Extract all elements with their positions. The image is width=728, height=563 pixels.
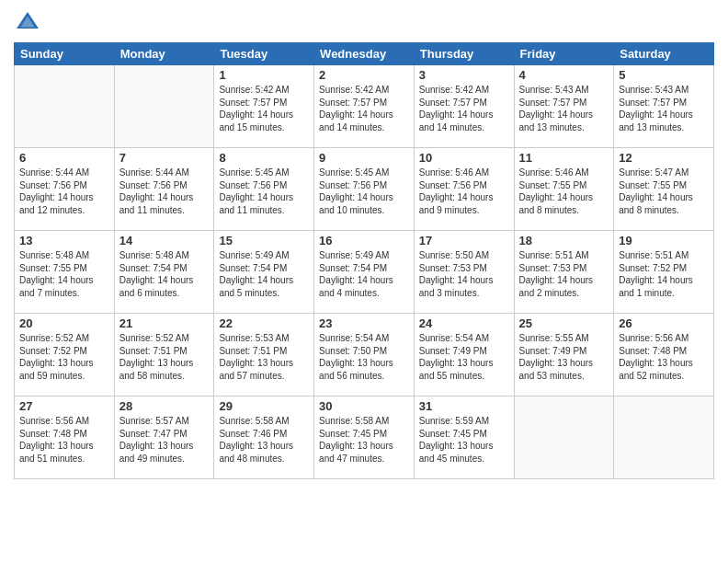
- day-number: 22: [219, 316, 309, 330]
- day-number: 30: [319, 399, 409, 413]
- calendar-table: SundayMondayTuesdayWednesdayThursdayFrid…: [14, 42, 714, 479]
- day-number: 15: [219, 234, 309, 247]
- calendar-cell: 1Sunrise: 5:42 AM Sunset: 7:57 PM Daylig…: [214, 65, 314, 148]
- col-header-thursday: Thursday: [414, 43, 514, 65]
- day-info: Sunrise: 5:46 AM Sunset: 7:55 PM Dayligh…: [519, 167, 609, 216]
- day-number: 8: [219, 151, 309, 165]
- day-number: 24: [419, 316, 509, 330]
- day-info: Sunrise: 5:52 AM Sunset: 7:51 PM Dayligh…: [119, 332, 210, 382]
- day-info: Sunrise: 5:58 AM Sunset: 7:45 PM Dayligh…: [319, 415, 409, 465]
- col-header-saturday: Saturday: [614, 43, 714, 65]
- day-info: Sunrise: 5:46 AM Sunset: 7:56 PM Dayligh…: [419, 167, 509, 216]
- day-number: 5: [619, 68, 709, 82]
- day-info: Sunrise: 5:45 AM Sunset: 7:56 PM Dayligh…: [319, 167, 409, 216]
- calendar-cell: 16Sunrise: 5:49 AM Sunset: 7:54 PM Dayli…: [314, 231, 415, 314]
- calendar-cell: 22Sunrise: 5:53 AM Sunset: 7:51 PM Dayli…: [214, 314, 314, 396]
- col-header-monday: Monday: [114, 43, 214, 65]
- calendar-cell: 5Sunrise: 5:43 AM Sunset: 7:57 PM Daylig…: [614, 65, 714, 148]
- day-number: 17: [419, 234, 509, 247]
- col-header-friday: Friday: [514, 43, 614, 65]
- calendar-cell: [614, 396, 714, 479]
- day-info: Sunrise: 5:42 AM Sunset: 7:57 PM Dayligh…: [419, 84, 509, 133]
- day-info: Sunrise: 5:51 AM Sunset: 7:53 PM Dayligh…: [519, 249, 609, 299]
- calendar-cell: [15, 65, 115, 148]
- calendar-cell: [514, 396, 614, 479]
- calendar-cell: 30Sunrise: 5:58 AM Sunset: 7:45 PM Dayli…: [314, 396, 415, 479]
- day-info: Sunrise: 5:43 AM Sunset: 7:57 PM Dayligh…: [619, 84, 709, 133]
- day-number: 18: [519, 234, 609, 247]
- calendar-cell: 9Sunrise: 5:45 AM Sunset: 7:56 PM Daylig…: [314, 148, 415, 231]
- day-number: 28: [119, 399, 210, 413]
- day-number: 14: [119, 234, 210, 247]
- calendar-cell: 15Sunrise: 5:49 AM Sunset: 7:54 PM Dayli…: [214, 231, 314, 314]
- day-info: Sunrise: 5:56 AM Sunset: 7:48 PM Dayligh…: [619, 332, 709, 382]
- day-info: Sunrise: 5:54 AM Sunset: 7:49 PM Dayligh…: [419, 332, 509, 382]
- calendar-cell: 11Sunrise: 5:46 AM Sunset: 7:55 PM Dayli…: [514, 148, 614, 231]
- calendar-cell: 23Sunrise: 5:54 AM Sunset: 7:50 PM Dayli…: [314, 314, 415, 396]
- calendar-cell: 28Sunrise: 5:57 AM Sunset: 7:47 PM Dayli…: [114, 396, 214, 479]
- calendar-cell: 3Sunrise: 5:42 AM Sunset: 7:57 PM Daylig…: [414, 65, 514, 148]
- day-info: Sunrise: 5:56 AM Sunset: 7:48 PM Dayligh…: [19, 415, 109, 465]
- logo: [14, 9, 45, 37]
- calendar-header-row: SundayMondayTuesdayWednesdayThursdayFrid…: [15, 43, 714, 65]
- day-info: Sunrise: 5:43 AM Sunset: 7:57 PM Dayligh…: [519, 84, 609, 133]
- day-info: Sunrise: 5:55 AM Sunset: 7:49 PM Dayligh…: [519, 332, 609, 382]
- calendar-cell: 17Sunrise: 5:50 AM Sunset: 7:53 PM Dayli…: [414, 231, 514, 314]
- day-info: Sunrise: 5:54 AM Sunset: 7:50 PM Dayligh…: [319, 332, 409, 382]
- logo-icon: [14, 9, 41, 37]
- day-number: 4: [519, 68, 609, 82]
- calendar-week-0: 1Sunrise: 5:42 AM Sunset: 7:57 PM Daylig…: [15, 65, 714, 148]
- calendar-cell: 18Sunrise: 5:51 AM Sunset: 7:53 PM Dayli…: [514, 231, 614, 314]
- day-info: Sunrise: 5:44 AM Sunset: 7:56 PM Dayligh…: [119, 167, 210, 216]
- day-number: 27: [19, 399, 109, 413]
- calendar-cell: [114, 65, 214, 148]
- calendar-cell: 25Sunrise: 5:55 AM Sunset: 7:49 PM Dayli…: [514, 314, 614, 396]
- calendar-cell: 7Sunrise: 5:44 AM Sunset: 7:56 PM Daylig…: [114, 148, 214, 231]
- col-header-wednesday: Wednesday: [314, 43, 415, 65]
- day-number: 3: [419, 68, 509, 82]
- day-info: Sunrise: 5:45 AM Sunset: 7:56 PM Dayligh…: [219, 167, 309, 216]
- day-number: 19: [619, 234, 709, 247]
- calendar-week-1: 6Sunrise: 5:44 AM Sunset: 7:56 PM Daylig…: [15, 148, 714, 231]
- day-info: Sunrise: 5:57 AM Sunset: 7:47 PM Dayligh…: [119, 415, 210, 465]
- calendar-cell: 29Sunrise: 5:58 AM Sunset: 7:46 PM Dayli…: [214, 396, 314, 479]
- day-number: 29: [219, 399, 309, 413]
- page: SundayMondayTuesdayWednesdayThursdayFrid…: [0, 0, 728, 488]
- calendar-week-2: 13Sunrise: 5:48 AM Sunset: 7:55 PM Dayli…: [15, 231, 714, 314]
- calendar-cell: 19Sunrise: 5:51 AM Sunset: 7:52 PM Dayli…: [614, 231, 714, 314]
- calendar-cell: 6Sunrise: 5:44 AM Sunset: 7:56 PM Daylig…: [15, 148, 115, 231]
- day-number: 25: [519, 316, 609, 330]
- day-info: Sunrise: 5:59 AM Sunset: 7:45 PM Dayligh…: [419, 415, 509, 465]
- calendar-cell: 20Sunrise: 5:52 AM Sunset: 7:52 PM Dayli…: [15, 314, 115, 396]
- day-info: Sunrise: 5:58 AM Sunset: 7:46 PM Dayligh…: [219, 415, 309, 465]
- day-number: 13: [19, 234, 109, 247]
- day-number: 31: [419, 399, 509, 413]
- calendar-cell: 14Sunrise: 5:48 AM Sunset: 7:54 PM Dayli…: [114, 231, 214, 314]
- day-info: Sunrise: 5:50 AM Sunset: 7:53 PM Dayligh…: [419, 249, 509, 299]
- day-info: Sunrise: 5:48 AM Sunset: 7:54 PM Dayligh…: [119, 249, 210, 299]
- day-number: 21: [119, 316, 210, 330]
- header: [14, 9, 714, 37]
- day-number: 9: [319, 151, 409, 165]
- day-number: 7: [119, 151, 210, 165]
- calendar-cell: 24Sunrise: 5:54 AM Sunset: 7:49 PM Dayli…: [414, 314, 514, 396]
- calendar-cell: 4Sunrise: 5:43 AM Sunset: 7:57 PM Daylig…: [514, 65, 614, 148]
- day-info: Sunrise: 5:49 AM Sunset: 7:54 PM Dayligh…: [319, 249, 409, 299]
- calendar-cell: 10Sunrise: 5:46 AM Sunset: 7:56 PM Dayli…: [414, 148, 514, 231]
- day-info: Sunrise: 5:52 AM Sunset: 7:52 PM Dayligh…: [19, 332, 109, 382]
- calendar-cell: 27Sunrise: 5:56 AM Sunset: 7:48 PM Dayli…: [15, 396, 115, 479]
- calendar-cell: 2Sunrise: 5:42 AM Sunset: 7:57 PM Daylig…: [314, 65, 415, 148]
- calendar-cell: 8Sunrise: 5:45 AM Sunset: 7:56 PM Daylig…: [214, 148, 314, 231]
- calendar-cell: 21Sunrise: 5:52 AM Sunset: 7:51 PM Dayli…: [114, 314, 214, 396]
- day-info: Sunrise: 5:48 AM Sunset: 7:55 PM Dayligh…: [19, 249, 109, 299]
- day-number: 20: [19, 316, 109, 330]
- day-number: 10: [419, 151, 509, 165]
- day-number: 2: [319, 68, 409, 82]
- calendar-cell: 12Sunrise: 5:47 AM Sunset: 7:55 PM Dayli…: [614, 148, 714, 231]
- day-number: 1: [219, 68, 309, 82]
- calendar-week-4: 27Sunrise: 5:56 AM Sunset: 7:48 PM Dayli…: [15, 396, 714, 479]
- col-header-tuesday: Tuesday: [214, 43, 314, 65]
- day-number: 11: [519, 151, 609, 165]
- day-info: Sunrise: 5:47 AM Sunset: 7:55 PM Dayligh…: [619, 167, 709, 216]
- day-info: Sunrise: 5:42 AM Sunset: 7:57 PM Dayligh…: [219, 84, 309, 133]
